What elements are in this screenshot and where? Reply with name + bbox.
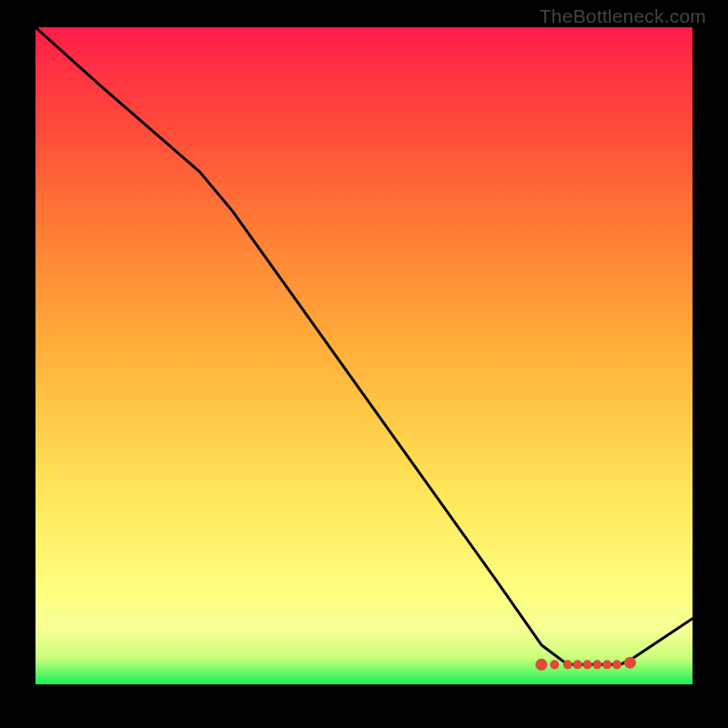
marker-dot xyxy=(612,660,622,669)
marker-dot xyxy=(582,660,592,669)
chart-background xyxy=(35,27,693,684)
marker-dot xyxy=(602,660,612,669)
watermark-text: TheBottleneck.com xyxy=(540,5,706,27)
chart-plot-area xyxy=(35,27,693,684)
marker-dot xyxy=(573,660,582,669)
marker-dot xyxy=(592,660,602,669)
chart-svg xyxy=(35,27,693,684)
marker-dot xyxy=(535,659,547,671)
marker-dot xyxy=(550,660,559,669)
marker-dot xyxy=(624,657,636,669)
marker-dot xyxy=(563,660,572,669)
